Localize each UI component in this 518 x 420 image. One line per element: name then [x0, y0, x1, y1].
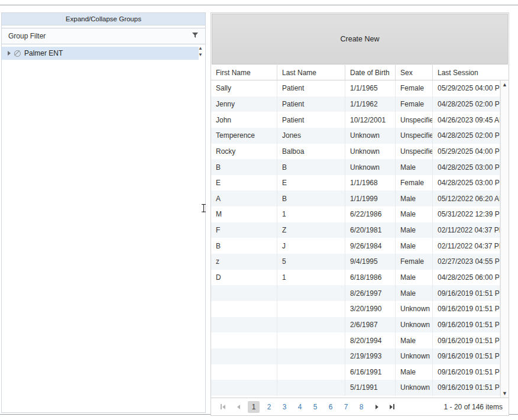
page-button-7[interactable]: 7	[340, 401, 352, 413]
grid-cell[interactable]: Unknown	[345, 144, 396, 160]
grid-cell[interactable]: Unknown	[396, 317, 433, 333]
grid-cell[interactable]: 8/20/1994	[345, 332, 396, 348]
grid-cell[interactable]: 09/16/2019 01:51 PM	[433, 301, 500, 317]
grid-cell[interactable]: B	[211, 159, 277, 175]
grid-cell[interactable]: 5	[277, 254, 345, 270]
grid-cell[interactable]: B	[211, 238, 277, 254]
grid-cell[interactable]: 2/19/1993	[345, 348, 396, 364]
grid-cell[interactable]	[211, 332, 277, 348]
grid-cell[interactable]: 8/26/1997	[345, 285, 396, 301]
table-row[interactable]: 6/16/1991Male09/16/2019 01:51 PM	[211, 364, 500, 380]
grid-cell[interactable]: Female	[396, 80, 433, 96]
page-button-4[interactable]: 4	[294, 401, 306, 413]
grid-cell[interactable]	[277, 317, 345, 333]
grid-cell[interactable]: Female	[396, 96, 433, 112]
filter-icon[interactable]	[192, 32, 199, 41]
grid-cell[interactable]: 09/16/2019 01:51 PM	[433, 285, 500, 301]
grid-cell[interactable]: J	[277, 238, 345, 254]
grid-cell[interactable]: Unknown	[396, 301, 433, 317]
table-row[interactable]: 2/19/1993Unknown09/16/2019 01:51 PM	[211, 348, 500, 364]
grid-cell[interactable]: Male	[396, 332, 433, 348]
grid-cell[interactable]: Female	[396, 175, 433, 191]
grid-cell[interactable]: Rocky	[211, 144, 277, 160]
arrow-up-icon[interactable]: ▲	[502, 82, 507, 88]
grid-cell[interactable]	[211, 380, 277, 396]
grid-cell[interactable]: 1	[277, 270, 345, 286]
grid-cell[interactable]: 1/1/1962	[345, 96, 396, 112]
grid-cell[interactable]: 04/28/2025 02:00 PM	[433, 128, 500, 144]
grid-cell[interactable]	[211, 285, 277, 301]
grid-cell[interactable]: Male	[396, 364, 433, 380]
grid-cell[interactable]: Unknown	[396, 380, 433, 396]
chevron-right-icon[interactable]	[8, 51, 11, 56]
grid-cell[interactable]: Balboa	[277, 144, 345, 160]
column-header-first-name[interactable]: First Name	[211, 65, 277, 80]
grid-cell[interactable]: Patient	[277, 112, 345, 128]
grid-cell[interactable]: M	[211, 206, 277, 222]
grid-cell[interactable]: Patient	[277, 80, 345, 96]
grid-cell[interactable]: D	[211, 270, 277, 286]
table-row[interactable]: z59/4/1995Female02/27/2023 04:55 PM	[211, 254, 500, 270]
grid-cell[interactable]	[277, 348, 345, 364]
grid-cell[interactable]: 1/1/1999	[345, 190, 396, 206]
grid-cell[interactable]: Patient	[277, 96, 345, 112]
first-page-icon[interactable]	[217, 401, 229, 413]
grid-cell[interactable]: Male	[396, 190, 433, 206]
grid-cell[interactable]: 05/29/2025 04:00 PM	[433, 144, 500, 160]
grid-cell[interactable]: F	[211, 222, 277, 238]
grid-cell[interactable]: 02/27/2023 04:55 PM	[433, 254, 500, 270]
grid-cell[interactable]: B	[277, 190, 345, 206]
grid-cell[interactable]: Male	[396, 270, 433, 286]
table-row[interactable]: 3/20/1990Unknown09/16/2019 01:51 PM	[211, 301, 500, 317]
grid-cell[interactable]: Male	[396, 238, 433, 254]
grid-cell[interactable]	[211, 364, 277, 380]
grid-cell[interactable]: z	[211, 254, 277, 270]
grid-cell[interactable]	[277, 380, 345, 396]
grid-cell[interactable]: 02/11/2022 04:37 PM	[433, 238, 500, 254]
page-button-8[interactable]: 8	[355, 401, 367, 413]
group-filter-box[interactable]: Group Filter	[2, 28, 205, 44]
grid-cell[interactable]: Temperence	[211, 128, 277, 144]
grid-cell[interactable]: Sally	[211, 80, 277, 96]
grid-cell[interactable]: 04/28/2025 03:00 PM	[433, 159, 500, 175]
grid-cell[interactable]: 05/12/2022 06:20 AM	[433, 190, 500, 206]
grid-cell[interactable]: Jones	[277, 128, 345, 144]
page-button-2[interactable]: 2	[263, 401, 275, 413]
table-row[interactable]: AB1/1/1999Male05/12/2022 06:20 AM	[211, 190, 500, 206]
grid-cell[interactable]: John	[211, 112, 277, 128]
grid-scrollbar[interactable]: ▲ ▼	[500, 80, 509, 398]
grid-cell[interactable]: E	[211, 175, 277, 191]
grid-cell[interactable]: 3/20/1990	[345, 301, 396, 317]
grid-cell[interactable]: Unknown	[345, 128, 396, 144]
grid-cell[interactable]: 04/28/2025 02:00 PM	[433, 96, 500, 112]
grid-cell[interactable]: Male	[396, 159, 433, 175]
grid-cell[interactable]: 6/18/1986	[345, 270, 396, 286]
grid-cell[interactable]: E	[277, 175, 345, 191]
grid-cell[interactable]: 09/16/2019 01:51 PM	[433, 332, 500, 348]
grid-cell[interactable]	[277, 364, 345, 380]
grid-cell[interactable]: B	[277, 159, 345, 175]
grid-cell[interactable]: 9/26/1984	[345, 238, 396, 254]
grid-cell[interactable]	[277, 332, 345, 348]
grid-cell[interactable]: 09/16/2019 01:51 PM	[433, 364, 500, 380]
table-row[interactable]: RockyBalboaUnknownUnspecified05/29/2025 …	[211, 144, 500, 160]
grid-cell[interactable]: 6/22/1986	[345, 206, 396, 222]
grid-cell[interactable]: Unknown	[345, 159, 396, 175]
grid-cell[interactable]: Jenny	[211, 96, 277, 112]
grid-cell[interactable]: 05/29/2025 04:00 PM	[433, 80, 500, 96]
grid-cell[interactable]: 05/31/2022 12:39 PM	[433, 206, 500, 222]
table-row[interactable]: 8/26/1997Male09/16/2019 01:51 PM	[211, 285, 500, 301]
arrow-down-icon[interactable]: ▼	[198, 53, 203, 57]
grid-cell[interactable]	[277, 285, 345, 301]
grid-cell[interactable]: 1	[277, 206, 345, 222]
page-button-1[interactable]: 1	[248, 401, 260, 413]
tree-scrollbar[interactable]: ▲ ▼	[197, 46, 204, 57]
table-row[interactable]: EE1/1/1968Female04/28/2025 03:00 PM	[211, 175, 500, 191]
grid-cell[interactable]	[211, 348, 277, 364]
table-row[interactable]: JohnPatient10/12/2001Unspecified04/26/20…	[211, 112, 500, 128]
column-header-sex[interactable]: Sex	[396, 65, 433, 80]
arrow-up-icon[interactable]: ▲	[198, 46, 203, 51]
table-row[interactable]: JennyPatient1/1/1962Female04/28/2025 02:…	[211, 96, 500, 112]
table-row[interactable]: 5/1/1991Unknown09/16/2019 01:51 PM	[211, 380, 500, 396]
table-row[interactable]: TemperenceJonesUnknownUnspecified04/28/2…	[211, 128, 500, 144]
